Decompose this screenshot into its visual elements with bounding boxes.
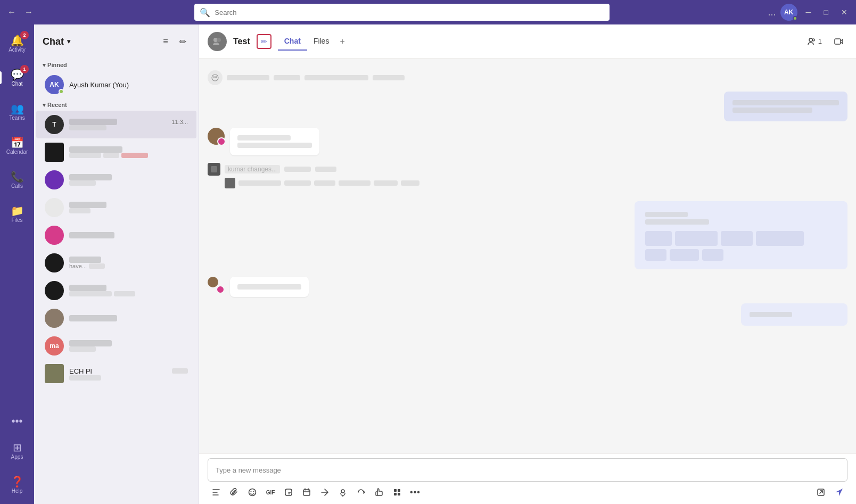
system-text <box>284 167 311 172</box>
participants-button[interactable]: 1 <box>803 35 826 48</box>
minimize-button[interactable]: ─ <box>802 5 816 20</box>
list-item[interactable]: have... <box>36 249 196 277</box>
emoji-button[interactable] <box>244 484 261 501</box>
message-attachment <box>645 231 672 246</box>
maximize-button[interactable]: □ <box>820 5 833 20</box>
more-options-button[interactable]: ... <box>768 7 776 18</box>
avatar <box>45 309 64 328</box>
sidebar-item-activity[interactable]: 🔔 Activity 2 <box>0 27 34 61</box>
back-button[interactable]: ← <box>4 5 19 20</box>
sticker-button[interactable] <box>280 484 297 501</box>
sidebar-item-apps[interactable]: ⊞ Apps <box>0 434 34 468</box>
close-button[interactable]: ✕ <box>837 5 852 20</box>
schedule-button[interactable] <box>298 484 315 501</box>
sidebar-header: Chat ▾ ≡ ✏ <box>34 24 199 59</box>
message-text <box>374 180 398 186</box>
svg-point-6 <box>213 76 215 78</box>
filter-button[interactable]: ≡ <box>158 34 173 49</box>
loop-button[interactable] <box>352 484 369 501</box>
audio-button[interactable] <box>334 484 351 501</box>
sidebar-item-calendar[interactable]: 📅 Calendar <box>0 129 34 163</box>
list-item-content <box>69 202 188 213</box>
message-text <box>732 100 839 105</box>
system-message: kumar changes... <box>199 159 856 193</box>
svg-point-10 <box>251 491 252 492</box>
list-item[interactable] <box>36 138 196 166</box>
pinned-section-label[interactable]: ▾ Pinned <box>34 59 199 71</box>
recent-section-label[interactable]: ▾ Recent <box>34 98 199 111</box>
message-attachment <box>670 249 699 261</box>
message-text <box>645 219 709 225</box>
avatar: ma <box>45 336 64 356</box>
list-item[interactable]: T 11:3... <box>36 111 196 138</box>
help-label: Help <box>12 488 23 494</box>
sidebar-item-help[interactable]: ❓ Help <box>0 468 34 502</box>
sidebar-item-calls[interactable]: 📞 Calls <box>0 163 34 197</box>
send-button[interactable] <box>830 484 847 501</box>
list-item[interactable] <box>36 166 196 194</box>
video-call-button[interactable] <box>830 33 847 50</box>
avatar <box>208 277 225 294</box>
format-text-button[interactable] <box>208 484 225 501</box>
message-bubble <box>230 277 309 297</box>
sidebar-item-files[interactable]: 📁 Files <box>0 197 34 231</box>
compose-button[interactable]: ✏ <box>175 34 190 49</box>
edit-name-button[interactable]: ✏ <box>257 34 271 49</box>
search-input[interactable] <box>215 9 604 16</box>
thumbsup-button[interactable] <box>371 484 388 501</box>
list-item[interactable]: ma <box>36 332 196 360</box>
tab-chat[interactable]: Chat <box>278 32 307 51</box>
message-attachment <box>721 231 753 246</box>
search-bar[interactable]: 🔍 <box>194 4 610 21</box>
add-tab-button[interactable]: + <box>335 32 349 51</box>
toolbar-left: GIF <box>208 484 424 501</box>
attach-button[interactable] <box>226 484 243 501</box>
avatar <box>45 143 64 162</box>
list-item[interactable] <box>36 194 196 221</box>
more-toolbar-button[interactable]: ••• <box>407 484 424 501</box>
svg-rect-16 <box>398 489 400 492</box>
preview-text <box>114 291 135 296</box>
svg-point-7 <box>215 76 217 78</box>
msg-row <box>199 88 856 125</box>
send-arrow-button[interactable] <box>316 484 333 501</box>
chat-group-avatar <box>208 32 227 51</box>
system-text <box>315 167 336 172</box>
svg-rect-15 <box>394 489 397 492</box>
sidebar-title[interactable]: Chat ▾ <box>43 36 70 47</box>
popout-button[interactable] <box>812 484 829 501</box>
list-item[interactable]: ECH Pl <box>36 360 196 387</box>
contact-name <box>69 315 117 321</box>
icon <box>225 178 235 188</box>
msg-row-outgoing <box>199 300 856 329</box>
sidebar: Chat ▾ ≡ ✏ ▾ Pinned AK Ayush Kumar (You)… <box>34 24 199 504</box>
system-text <box>304 75 368 80</box>
avatar-initials: AK <box>50 81 59 88</box>
recent-list: T 11:3... <box>34 111 199 504</box>
avatar: AK <box>45 75 64 94</box>
list-item[interactable] <box>36 304 196 332</box>
preview-text <box>103 153 119 158</box>
user-avatar-button[interactable]: AK <box>780 4 797 21</box>
message-bubble <box>230 128 319 155</box>
titlebar: ← → 🔍 ... AK ─ □ ✕ <box>0 0 856 24</box>
sidebar-item-chat[interactable]: 💬 Chat 1 <box>0 61 34 95</box>
apps-toolbar-button[interactable] <box>389 484 406 501</box>
chat-header-left: Test ✏ Chat Files + <box>208 32 349 51</box>
chat-label: Chat <box>11 81 22 87</box>
preview-text <box>69 346 96 352</box>
input-placeholder: Type a new message <box>216 466 281 474</box>
more-apps-button[interactable]: ••• <box>0 408 34 434</box>
tab-files[interactable]: Files <box>307 32 336 51</box>
list-item-content <box>69 232 188 238</box>
preview-text <box>69 208 90 213</box>
forward-button[interactable]: → <box>21 5 36 20</box>
message-input-box[interactable]: Type a new message <box>208 458 847 482</box>
list-item[interactable] <box>36 277 196 304</box>
preview-text <box>69 291 112 296</box>
list-item[interactable] <box>36 221 196 249</box>
gif-button[interactable]: GIF <box>262 484 279 501</box>
sidebar-item-teams[interactable]: 👥 Teams <box>0 95 34 129</box>
message-bubble <box>724 92 847 121</box>
pinned-contact-ayush[interactable]: AK Ayush Kumar (You) <box>36 71 196 98</box>
